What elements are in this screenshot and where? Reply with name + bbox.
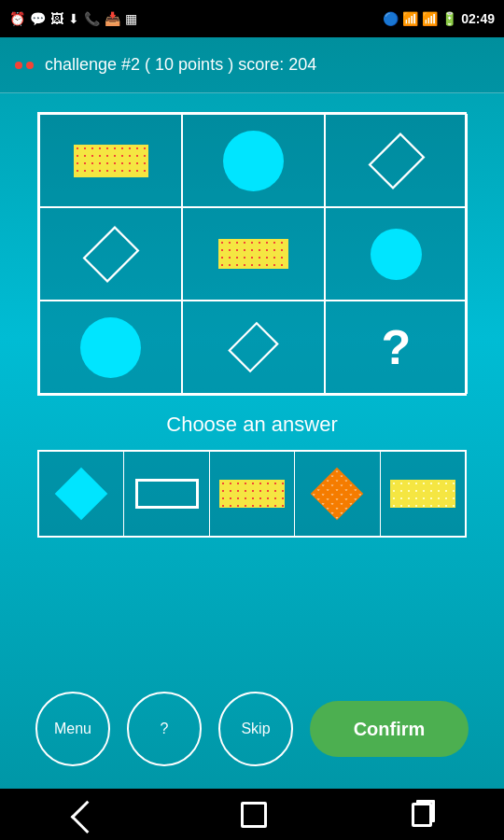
dot1: [15, 62, 22, 69]
grid-cell-1-0: [39, 207, 182, 301]
grid-cell-0-2: [325, 114, 468, 207]
choice-shape-diamond-orange: [311, 468, 364, 521]
bluetooth-icon: 🔵: [383, 11, 399, 26]
question-mark: ?: [382, 319, 412, 375]
signal-icon: 📶: [422, 11, 438, 26]
grid-cell-2-2: ?: [325, 301, 468, 394]
wifi-icon: 📶: [402, 11, 418, 26]
confirm-button[interactable]: Confirm: [310, 701, 469, 757]
choice-shape-rect-yellow-dots: [219, 480, 285, 508]
barcode-icon: ▦: [125, 11, 137, 26]
back-button[interactable]: [73, 803, 96, 826]
status-icons-left: ⏰ 💬 🖼 ⬇ 📞 📥 ▦: [9, 11, 137, 26]
status-icons-right: 🔵 📶 📶 🔋 02:49: [383, 11, 495, 26]
recents-button[interactable]: [412, 803, 432, 827]
image-icon: 🖼: [50, 11, 63, 26]
status-bar: ⏰ 💬 🖼 ⬇ 📞 📥 ▦ 🔵 📶 📶 🔋 02:49: [0, 0, 504, 37]
choice-shape-rect-yellow-light: [390, 480, 455, 508]
challenge-title: challenge #2 ( 10 points ) score: 204: [45, 55, 316, 75]
choice-1[interactable]: [39, 452, 124, 536]
header: challenge #2 ( 10 points ) score: 204: [0, 37, 504, 93]
grid-cell-0-0: [39, 114, 182, 207]
shape-diamond-outline-r0c2: [368, 133, 425, 189]
puzzle-area: ? Choose an answer: [0, 93, 504, 673]
app-container: challenge #2 ( 10 points ) score: 204: [0, 37, 504, 789]
whatsapp-icon: 💬: [30, 11, 46, 26]
grid-cell-1-2: [325, 207, 468, 301]
puzzle-grid: ?: [37, 112, 467, 396]
choice-3[interactable]: [210, 452, 295, 536]
dot2: [26, 62, 34, 69]
grid-cell-2-0: [39, 301, 182, 394]
help-button[interactable]: ?: [127, 692, 202, 766]
shape-circle-cyan-r1c2: [371, 229, 422, 280]
home-button[interactable]: [241, 802, 267, 828]
answer-choices: [37, 450, 467, 538]
choice-5[interactable]: [381, 452, 465, 536]
choice-shape-rect-white-outline: [135, 479, 199, 509]
phone-icon: 📞: [84, 11, 100, 26]
shape-rect-yellow-r0c0: [74, 145, 148, 177]
choice-4[interactable]: [295, 452, 380, 536]
choice-2[interactable]: [124, 452, 209, 536]
choose-answer-label: Choose an answer: [166, 413, 337, 437]
download2-icon: 📥: [105, 11, 120, 26]
skip-button[interactable]: Skip: [218, 692, 293, 766]
menu-button[interactable]: Menu: [35, 692, 110, 766]
choice-shape-diamond-cyan: [55, 468, 108, 521]
shape-diamond-outline-r1c0: [82, 226, 139, 283]
alarm-icon: ⏰: [9, 11, 25, 26]
shape-diamond-outline-r2c1: [228, 322, 279, 373]
grid-cell-0-1: [182, 114, 325, 207]
bottom-buttons: Menu ? Skip Confirm: [0, 673, 504, 789]
clock: 02:49: [461, 11, 495, 26]
download-icon: ⬇: [68, 11, 79, 26]
grid-cell-2-1: [182, 301, 325, 394]
shape-circle-cyan-r0c1: [223, 131, 284, 191]
shape-rect-yellow-r1c1: [218, 239, 288, 269]
grid-cell-1-1: [182, 207, 325, 301]
shape-circle-cyan-r2c0: [80, 317, 141, 378]
header-dots: [15, 62, 34, 69]
battery-icon: 🔋: [441, 11, 457, 26]
android-nav-bar: [0, 789, 504, 840]
